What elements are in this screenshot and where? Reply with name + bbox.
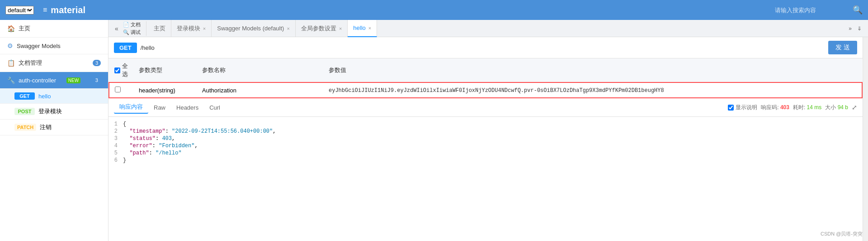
show-desc-label: 显示说明 [736, 104, 757, 111]
show-desc-area: 显示说明 [728, 104, 757, 111]
sidebar-method-label: hello [38, 93, 51, 100]
tab-collapse-button[interactable]: ⇓ [854, 24, 864, 34]
tab-hello[interactable]: hello × [348, 20, 377, 37]
search-input[interactable] [775, 7, 851, 14]
tab-label: 全局参数设置 [301, 24, 336, 33]
sidebar-method-label: 注销 [40, 123, 52, 131]
table-row: header(string) Authorization [109, 82, 862, 98]
send-button[interactable]: 发 送 [828, 41, 857, 54]
sidebar-item-swagger-models[interactable]: ⚙ Swagger Models [0, 38, 108, 54]
sidebar-item-label: 主页 [19, 24, 30, 33]
line-number: 5 [108, 150, 123, 156]
nav-debug-item[interactable]: 🔍 调试 [121, 29, 142, 36]
response-status: 响应码: 403 [761, 104, 789, 111]
line-content: "path": "/hello" [123, 150, 863, 156]
sidebar-method-label: 登录模块 [38, 107, 62, 116]
expand-icon[interactable]: ⤢ [852, 104, 857, 111]
col-type: 参数类型 [133, 58, 197, 82]
tab-bar: « 📄 文档 🔍 调试 主页 登录模块 × Swagger Models (de… [108, 20, 868, 37]
param-name-cell: Authorization [197, 82, 323, 98]
sidebar-item-auth-controller[interactable]: 🔧 auth-controller NEW 3 [0, 72, 108, 89]
tab-login[interactable]: 登录模块 × [171, 20, 212, 37]
resp-tab-curl[interactable]: Curl [204, 102, 226, 113]
nav-items: 📄 文档 🔍 调试 [121, 21, 142, 36]
workspace-dropdown[interactable]: default [5, 6, 34, 14]
controller-icon: 🔧 [7, 77, 15, 84]
sidebar-item-label: 文档管理 [19, 59, 42, 67]
doc-icon: 📋 [7, 59, 15, 67]
tab-close-icon[interactable]: × [339, 26, 342, 31]
tab-home[interactable]: 主页 [148, 20, 171, 37]
home-icon: 🏠 [7, 25, 15, 32]
sidebar-item-doc-management[interactable]: 📋 文档管理 3 [0, 54, 108, 72]
col-value: 参数值 [323, 58, 862, 82]
line-content: "error": "Forbidden", [123, 143, 863, 149]
content-area: « 📄 文档 🔍 调试 主页 登录模块 × Swagger Models (de… [108, 20, 868, 241]
post-method-tag: POST [14, 108, 35, 115]
response-info: 显示说明 响应码: 403 耗时: 14 ms 大小 [728, 104, 857, 111]
line-content: { [123, 121, 863, 127]
sidebar-item-label: Swagger Models [17, 43, 61, 49]
tab-more-button[interactable]: » [846, 24, 854, 34]
sidebar-method-post-login[interactable]: POST 登录模块 [0, 104, 108, 120]
code-line-1: 1 { [108, 120, 863, 128]
resp-tab-raw[interactable]: Raw [148, 102, 171, 113]
time-value: 14 ms [807, 104, 822, 111]
code-viewer: 1 { 2 "timestamp": "2022-09-22T14:55:56.… [108, 117, 863, 241]
tab-label: hello [353, 24, 365, 31]
status-code-value: 403 [780, 104, 789, 111]
top-header: default ▼ ≡ material 🔍 [0, 0, 868, 20]
scroll-indicator [863, 37, 868, 241]
response-tab-bar: 响应内容 Raw Headers Curl 显示说明 响应码: 403 [108, 98, 863, 117]
row-checkbox-cell [109, 82, 133, 98]
tab-bar-right: » ⇓ [846, 24, 864, 34]
tab-global-params[interactable]: 全局参数设置 × [296, 20, 348, 37]
line-content: "status": 403, [123, 135, 863, 142]
nav-collapse-button[interactable]: « [112, 23, 121, 34]
doc-badge: 3 [93, 60, 101, 66]
row-checkbox[interactable] [115, 87, 121, 92]
controller-badge: 3 [93, 77, 101, 83]
request-path: /hello [141, 44, 828, 51]
param-value-input[interactable] [329, 87, 856, 94]
params-table-wrapper: 全选 参数类型 参数名称 参数值 [108, 58, 863, 98]
tab-close-icon[interactable]: × [203, 26, 206, 31]
show-desc-checkbox[interactable] [728, 105, 734, 111]
line-number: 1 [108, 121, 123, 127]
param-type-cell: header(string) [133, 82, 197, 98]
sidebar-item-home[interactable]: 🏠 主页 [0, 20, 108, 38]
tab-label: 登录模块 [177, 24, 200, 33]
code-line-6: 6 } [108, 157, 863, 164]
patch-method-tag: PATCH [14, 124, 36, 131]
tab-swagger-models[interactable]: Swagger Models (default) × [212, 20, 296, 37]
nav-doc-item[interactable]: 📄 文档 [121, 21, 142, 28]
line-content: "timestamp": "2022-09-22T14:55:56.040+00… [123, 128, 863, 135]
resp-tab-headers[interactable]: Headers [171, 102, 204, 113]
search-button[interactable]: 🔍 [853, 5, 863, 15]
line-number: 2 [108, 128, 123, 135]
resp-tab-content[interactable]: 响应内容 [114, 101, 148, 114]
tab-close-icon[interactable]: × [368, 25, 371, 31]
line-content: } [123, 157, 863, 164]
sidebar-method-patch-logout[interactable]: PATCH 注销 [0, 120, 108, 135]
params-table: 全选 参数类型 参数名称 参数值 [108, 58, 863, 98]
sidebar: 🏠 主页 ⚙ Swagger Models 📋 文档管理 3 🔧 auth-co… [0, 20, 108, 241]
response-size: 大小 94 b [825, 104, 848, 111]
logo-text: material [51, 5, 85, 15]
tab-close-icon[interactable]: × [287, 26, 289, 31]
get-bar: GET /hello 发 送 [108, 37, 863, 58]
new-badge: NEW [66, 77, 80, 83]
get-method-tag: GET [14, 92, 35, 100]
sidebar-item-label: auth-controller [19, 77, 56, 84]
response-area: 响应内容 Raw Headers Curl 显示说明 响应码: 403 [108, 98, 863, 241]
sidebar-method-get-hello[interactable]: GET hello [0, 89, 108, 104]
search-area: 🔍 [775, 5, 863, 15]
line-number: 6 [108, 157, 123, 164]
col-name: 参数名称 [197, 58, 323, 82]
col-select: 全选 [109, 58, 133, 82]
code-line-4: 4 "error": "Forbidden", [108, 142, 863, 149]
nav-panel-tabs: « 📄 文档 🔍 调试 [112, 21, 146, 36]
response-time: 耗时: 14 ms [793, 104, 821, 111]
logo-area: ≡ material [43, 5, 775, 15]
select-all-checkbox[interactable] [114, 67, 120, 73]
